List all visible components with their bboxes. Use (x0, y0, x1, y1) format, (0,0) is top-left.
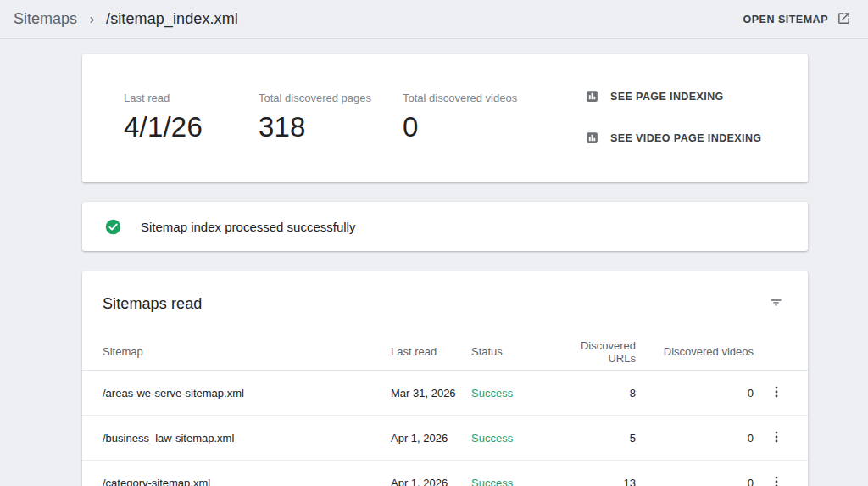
column-header-last-read: Last read (391, 345, 471, 358)
table-row[interactable]: /business_law-sitemap.xml Apr 1, 2026 Su… (82, 416, 808, 461)
sitemap-cell: /category-sitemap.xml (103, 477, 391, 486)
table-header-row: Sitemap Last read Status Discovered URLs… (82, 333, 808, 371)
open-sitemap-label: OPEN SITEMAP (743, 14, 828, 25)
discovered-urls-cell: 8 (556, 387, 636, 399)
status-cell: Success (471, 387, 556, 399)
discovered-videos-cell: 0 (636, 387, 754, 399)
breadcrumb: Sitemaps /sitemap_index.xml (14, 10, 238, 28)
topbar: Sitemaps /sitemap_index.xml OPEN SITEMAP (0, 0, 868, 39)
see-page-indexing-button[interactable]: SEE PAGE INDEXING (585, 89, 724, 103)
banner-message: Sitemap index processed successfully (141, 220, 355, 234)
stat-total-discovered-videos: Total discovered videos 0 (403, 92, 517, 182)
column-header-discovered-urls: Discovered URLs (556, 339, 636, 365)
success-banner: Sitemap index processed successfully (82, 202, 808, 251)
table-row[interactable]: /areas-we-serve-sitemap.xml Mar 31, 2026… (82, 371, 808, 416)
stat-value: 4/1/26 (124, 111, 259, 143)
bar-chart-icon (585, 89, 599, 103)
row-menu-button[interactable] (765, 426, 787, 450)
row-menu-button[interactable] (765, 381, 787, 405)
summary-stats: Last read 4/1/26 Total discovered pages … (82, 54, 517, 182)
kebab-menu-icon (769, 474, 784, 486)
stat-value: 318 (259, 111, 403, 143)
open-in-new-icon (837, 11, 851, 28)
see-video-page-indexing-button[interactable]: SEE VIDEO PAGE INDEXING (585, 131, 761, 145)
last-read-cell: Apr 1, 2026 (391, 432, 471, 444)
summary-card: Last read 4/1/26 Total discovered pages … (82, 54, 808, 182)
table-head: Sitemaps read (82, 271, 808, 333)
row-menu-button[interactable] (765, 471, 787, 486)
filter-icon (768, 294, 784, 314)
kebab-menu-icon (769, 429, 784, 447)
table-title: Sitemaps read (103, 295, 202, 313)
see-page-indexing-label: SEE PAGE INDEXING (610, 91, 724, 103)
column-header-sitemap: Sitemap (103, 345, 391, 358)
chevron-right-icon (87, 15, 97, 25)
column-header-status: Status (471, 345, 556, 358)
stat-label: Last read (124, 92, 259, 104)
sitemap-cell: /areas-we-serve-sitemap.xml (103, 387, 391, 399)
status-cell: Success (471, 432, 556, 444)
last-read-cell: Mar 31, 2026 (391, 387, 471, 399)
bar-chart-icon (585, 131, 599, 145)
discovered-videos-cell: 0 (636, 432, 754, 444)
stat-value: 0 (403, 111, 517, 143)
discovered-urls-cell: 5 (556, 432, 636, 444)
column-header-discovered-videos: Discovered videos (636, 345, 754, 358)
summary-actions: SEE PAGE INDEXING SEE VIDEO PAGE INDEXIN… (585, 54, 808, 182)
open-sitemap-button[interactable]: OPEN SITEMAP (743, 11, 851, 28)
see-video-page-indexing-label: SEE VIDEO PAGE INDEXING (610, 132, 761, 144)
table-row[interactable]: /category-sitemap.xml Apr 1, 2026 Succes… (82, 461, 808, 486)
discovered-videos-cell: 0 (636, 477, 754, 486)
stat-label: Total discovered pages (259, 92, 403, 104)
breadcrumb-current-sitemap: /sitemap_index.xml (106, 10, 238, 28)
last-read-cell: Apr 1, 2026 (391, 477, 471, 486)
breadcrumb-sitemaps-link[interactable]: Sitemaps (14, 10, 77, 28)
stat-total-discovered-pages: Total discovered pages 318 (259, 92, 403, 182)
kebab-menu-icon (769, 384, 784, 402)
main-content: Last read 4/1/26 Total discovered pages … (0, 39, 868, 486)
filter-button[interactable] (765, 291, 787, 317)
stat-last-read: Last read 4/1/26 (124, 92, 259, 182)
sitemap-cell: /business_law-sitemap.xml (103, 432, 391, 444)
discovered-urls-cell: 13 (556, 477, 636, 486)
sitemap-details-page: { "header": { "breadcrumb": { "root": "S… (0, 0, 868, 486)
check-circle-icon (104, 218, 122, 236)
status-cell: Success (471, 477, 556, 486)
stat-label: Total discovered videos (403, 92, 517, 104)
sitemaps-read-card: Sitemaps read Sitemap Last read Status D… (82, 271, 808, 486)
